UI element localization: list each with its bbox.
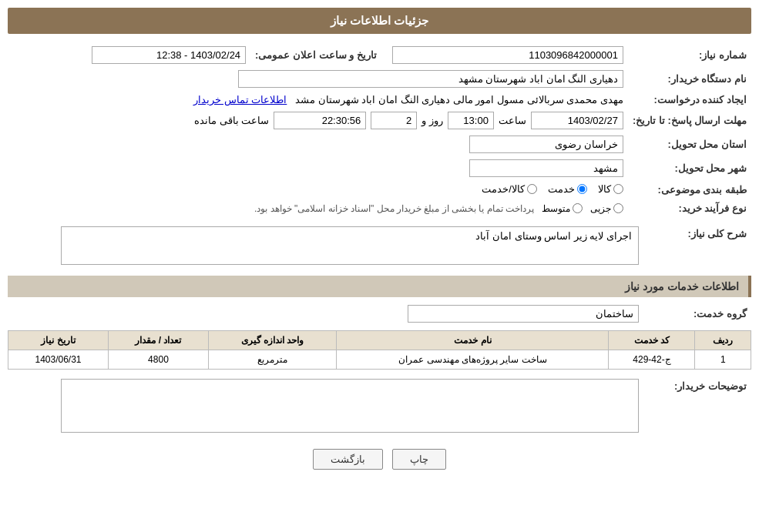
cell-code: ج-42-429 bbox=[609, 350, 695, 370]
city-value: مشهد bbox=[469, 159, 623, 177]
announce-datetime-value: 1403/02/24 - 12:38 bbox=[92, 46, 246, 64]
need-number-value: 1103096842000001 bbox=[392, 46, 623, 64]
need-desc-label: شرح کلی نیاز: bbox=[643, 223, 751, 268]
cell-date: 1403/06/31 bbox=[8, 350, 109, 370]
reply-deadline-label: مهلت ارسال پاسخ: تا تاریخ: bbox=[628, 109, 751, 132]
need-desc-cell: اجرای لایه زیر اساس وستای امان آباد bbox=[8, 223, 643, 268]
need-number-label: شماره نیاز: bbox=[628, 43, 751, 67]
category-label-khedmat: خدمت bbox=[548, 183, 575, 195]
need-desc-section: شرح کلی نیاز: اجرای لایه زیر اساس وستای … bbox=[8, 223, 751, 268]
services-table: ردیف کد خدمت نام خدمت واحد اندازه گیری ت… bbox=[8, 330, 751, 370]
cell-name: ساخت سایر پروژه‌های مهندسی عمران bbox=[337, 350, 609, 370]
info-form: شماره نیاز: 1103096842000001 تاریخ و ساع… bbox=[8, 43, 751, 217]
city-label: شهر محل تحویل: bbox=[628, 156, 751, 180]
category-cell: کالا خدمت کالا/خدمت bbox=[8, 180, 628, 199]
buyer-name-label: نام دستگاه خریدار: bbox=[628, 67, 751, 91]
reply-days: 2 bbox=[371, 112, 417, 129]
cell-row: 1 bbox=[695, 350, 751, 370]
col-row: ردیف bbox=[695, 331, 751, 350]
buyer-notes-label: توضیحات خریدار: bbox=[643, 376, 751, 438]
creator-label: ایجاد کننده درخواست: bbox=[628, 91, 751, 109]
category-option-kala[interactable]: کالا bbox=[598, 183, 623, 195]
services-section-header: اطلاعات خدمات مورد نیاز bbox=[8, 276, 751, 297]
reply-days-label: روز و bbox=[421, 115, 443, 126]
back-button[interactable]: بازگشت bbox=[313, 449, 383, 470]
page-title: جزئیات اطلاعات نیاز bbox=[8, 8, 751, 34]
reply-time: 13:00 bbox=[448, 112, 494, 129]
creator-value: مهدی محمدی سربالائی مسول امور مالی دهیار… bbox=[295, 94, 623, 105]
category-option-kala-khedmat[interactable]: کالا/خدمت bbox=[482, 183, 537, 195]
reply-remaining-label: ساعت باقی مانده bbox=[194, 115, 269, 126]
creator-cell: مهدی محمدی سربالائی مسول امور مالی دهیار… bbox=[8, 91, 628, 109]
service-group-section: گروه خدمت: ساختمان bbox=[8, 302, 751, 326]
purchase-type-label: نوع فرآیند خرید: bbox=[628, 199, 751, 217]
buyer-notes-cell bbox=[8, 376, 643, 438]
purchase-type-note: پرداخت تمام یا بخشی از مبلغ خریدار محل "… bbox=[254, 203, 534, 214]
purchase-type-motavasset[interactable]: متوسط bbox=[542, 203, 583, 214]
col-qty: تعداد / مقدار bbox=[109, 331, 209, 350]
buyer-name-value: دهیاری النگ امان اباد شهرستان مشهد bbox=[238, 70, 623, 88]
need-desc-value: اجرای لایه زیر اساس وستای امان آباد bbox=[61, 226, 639, 265]
col-code: کد خدمت bbox=[609, 331, 695, 350]
button-bar: چاپ بازگشت bbox=[8, 449, 751, 470]
city-cell: مشهد bbox=[8, 156, 628, 180]
purchase-radio-motavasset[interactable] bbox=[573, 203, 583, 213]
table-row: 1 ج-42-429 ساخت سایر پروژه‌های مهندسی عم… bbox=[8, 350, 751, 370]
need-number-cell: 1103096842000001 bbox=[381, 43, 628, 67]
service-group-label: گروه خدمت: bbox=[643, 302, 751, 326]
buyer-notes-textarea[interactable] bbox=[61, 379, 639, 433]
buyer-notes-section: توضیحات خریدار: bbox=[8, 376, 751, 438]
purchase-label-jozii: جزیی bbox=[590, 203, 611, 214]
reply-time-label: ساعت bbox=[499, 115, 526, 126]
category-radio-group: کالا خدمت کالا/خدمت bbox=[482, 183, 623, 195]
purchase-type-row: جزیی متوسط پرداخت تمام یا بخشی از مبلغ خ… bbox=[12, 203, 623, 214]
reply-remaining: 22:30:56 bbox=[274, 112, 366, 129]
province-cell: خراسان رضوی bbox=[8, 132, 628, 156]
category-option-khedmat[interactable]: خدمت bbox=[548, 183, 587, 195]
purchase-label-motavasset: متوسط bbox=[542, 203, 570, 214]
col-date: تاریخ نیاز bbox=[8, 331, 109, 350]
creator-link[interactable]: اطلاعات تماس خریدار bbox=[193, 94, 287, 105]
buyer-name-cell: دهیاری النگ امان اباد شهرستان مشهد bbox=[8, 67, 628, 91]
category-label: طبقه بندی موضوعی: bbox=[628, 180, 751, 199]
category-label-kala: کالا bbox=[598, 183, 611, 195]
reply-date: 1403/02/27 bbox=[531, 112, 623, 129]
category-label-kala-khedmat: کالا/خدمت bbox=[482, 183, 525, 195]
print-button[interactable]: چاپ bbox=[392, 449, 446, 470]
province-value: خراسان رضوی bbox=[469, 136, 623, 153]
category-radio-khedmat[interactable] bbox=[577, 184, 587, 194]
cell-unit: مترمربع bbox=[208, 350, 336, 370]
service-group-cell: ساختمان bbox=[8, 302, 643, 326]
category-radio-kala[interactable] bbox=[613, 184, 623, 194]
purchase-type-cell: جزیی متوسط پرداخت تمام یا بخشی از مبلغ خ… bbox=[8, 199, 628, 217]
announce-datetime-cell: 1403/02/24 - 12:38 bbox=[8, 43, 250, 67]
col-unit: واحد اندازه گیری bbox=[208, 331, 336, 350]
announce-datetime-label: تاریخ و ساعت اعلان عمومی: bbox=[250, 43, 381, 67]
reply-deadline-cell: 1403/02/27 ساعت 13:00 روز و 2 22:30:56 س… bbox=[8, 109, 628, 132]
purchase-type-jozii[interactable]: جزیی bbox=[590, 203, 623, 214]
purchase-radio-jozii[interactable] bbox=[613, 203, 623, 213]
col-name: نام خدمت bbox=[337, 331, 609, 350]
category-radio-kala-khedmat[interactable] bbox=[527, 184, 537, 194]
cell-qty: 4800 bbox=[109, 350, 209, 370]
province-label: استان محل تحویل: bbox=[628, 132, 751, 156]
service-group-value: ساختمان bbox=[408, 305, 639, 323]
